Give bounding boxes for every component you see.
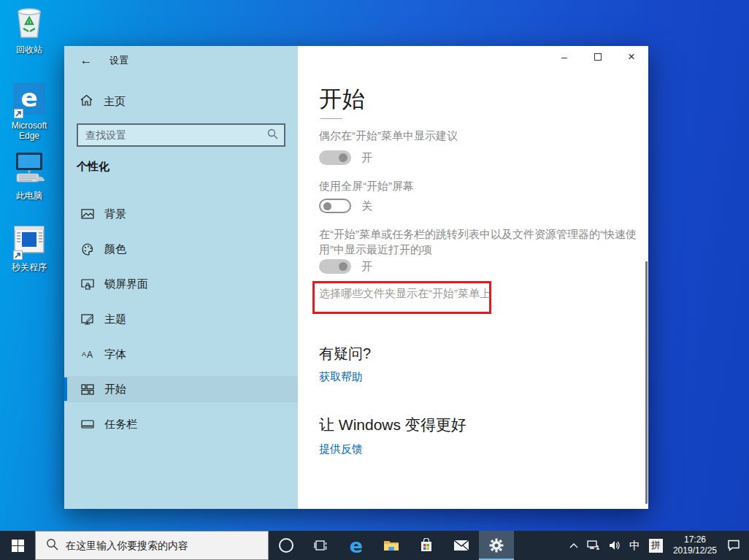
scrollbar-thumb[interactable] — [645, 261, 648, 504]
fonts-icon: AA — [80, 348, 95, 360]
window-titlebar: ← 设置 — [64, 46, 298, 75]
shortcut-arrow-icon — [14, 109, 23, 118]
help-heading: 有疑问? — [319, 344, 371, 364]
setting-label-suggestions: 偶尔在“开始”菜单中显示建议 — [319, 128, 458, 143]
desktop-icon-app-shortcut[interactable]: 秒关程序 — [1, 223, 58, 272]
sidebar-item-lock-screen[interactable]: 锁屏界面 — [64, 271, 298, 297]
ime-mode-indicator[interactable]: 拼 — [645, 531, 667, 560]
search-icon — [46, 538, 58, 553]
chevron-up-icon — [569, 542, 578, 548]
file-explorer-icon — [383, 539, 399, 552]
sidebar-nav: 背景 颜色 锁屏界面 主题 — [64, 201, 298, 437]
toggle-recent-items[interactable]: 开 — [319, 259, 372, 274]
desktop-icon-this-pc[interactable]: 此电脑 — [1, 150, 58, 201]
back-button[interactable]: ← — [74, 51, 98, 70]
task-view-icon — [314, 539, 329, 552]
title-underline — [320, 118, 342, 119]
sidebar-item-background[interactable]: 背景 — [64, 201, 298, 227]
svg-text:A: A — [87, 350, 93, 360]
settings-content: – × 开始 偶尔在“开始”菜单中显示建议 开 使用全屏“开始”屏幕 关 在“开… — [298, 46, 648, 509]
maximize-button[interactable] — [581, 46, 615, 68]
sidebar-home-label: 主页 — [104, 95, 126, 109]
window-title: 设置 — [110, 54, 128, 67]
sidebar-item-colors[interactable]: 颜色 — [64, 236, 298, 262]
mail-icon — [453, 540, 469, 551]
clock-time: 17:26 — [673, 534, 717, 545]
toggle-suggestions[interactable]: 开 — [319, 150, 372, 165]
toggle-switch-on[interactable] — [319, 150, 351, 165]
store-button[interactable] — [409, 531, 444, 560]
file-explorer-button[interactable] — [374, 531, 409, 560]
cortana-icon — [279, 538, 293, 553]
action-center-button[interactable] — [723, 531, 749, 560]
start-tiles-icon — [80, 384, 95, 395]
tray-volume-button[interactable] — [604, 531, 625, 560]
action-center-icon — [727, 540, 740, 551]
close-button[interactable]: × — [615, 46, 648, 68]
tray-network-button[interactable] — [583, 531, 604, 560]
sidebar-item-taskbar[interactable]: 任务栏 — [64, 411, 298, 437]
clock-date: 2019/12/25 — [673, 545, 717, 556]
taskbar: e 中 — [0, 531, 749, 560]
desktop-icon-edge[interactable]: e Microsoft Edge — [1, 82, 58, 141]
store-icon — [419, 538, 434, 553]
sidebar-section-title: 个性化 — [77, 160, 298, 174]
desktop-icon-label: 秒关程序 — [12, 262, 47, 272]
mail-button[interactable] — [444, 531, 479, 560]
taskbar-icon — [80, 419, 95, 429]
this-pc-icon — [11, 150, 47, 188]
task-view-button[interactable] — [304, 531, 339, 560]
desktop-icon-label: Microsoft Edge — [4, 120, 55, 141]
toggle-switch-on[interactable] — [319, 259, 351, 274]
toggle-switch-off[interactable] — [319, 199, 351, 213]
sidebar-item-home[interactable]: 主页 — [80, 91, 298, 112]
desktop-icon-label: 此电脑 — [16, 191, 42, 201]
theme-icon — [80, 313, 95, 326]
cortana-button[interactable] — [269, 531, 304, 560]
settings-search-input[interactable] — [85, 129, 267, 141]
give-feedback-link[interactable]: 提供反馈 — [319, 442, 363, 456]
tray-chevron-button[interactable] — [565, 531, 583, 560]
background-icon — [80, 208, 95, 220]
program-window-icon — [12, 223, 47, 260]
settings-gear-icon — [489, 538, 504, 553]
setting-label-recent-items: 在“开始”菜单或任务栏的跳转列表中以及文件资源管理器的“快速使用”中显示最近打开… — [319, 226, 649, 257]
sidebar-item-start[interactable]: 开始 — [64, 376, 298, 402]
system-tray: 中 拼 17:26 2019/12/25 — [565, 531, 749, 560]
taskbar-search-input[interactable] — [66, 540, 248, 551]
settings-search-box[interactable] — [77, 123, 285, 147]
desktop-icon-recycle-bin[interactable]: 回收站 — [1, 4, 58, 55]
edge-icon: e — [12, 82, 46, 118]
settings-sidebar: ← 设置 主页 个性化 背景 — [64, 46, 298, 509]
lock-screen-icon — [80, 278, 95, 291]
choose-folders-link[interactable]: 选择哪些文件夹显示在“开始”菜单上 — [319, 287, 491, 301]
feedback-heading: 让 Windows 变得更好 — [319, 415, 466, 435]
settings-taskbar-button[interactable] — [479, 531, 514, 560]
svg-text:A: A — [82, 350, 86, 358]
taskbar-search-box[interactable] — [35, 531, 269, 560]
desktop-icon-label: 回收站 — [16, 45, 42, 55]
svg-text:e: e — [20, 83, 37, 112]
taskbar-clock[interactable]: 17:26 2019/12/25 — [667, 534, 723, 556]
setting-label-fullscreen-start: 使用全屏“开始”屏幕 — [319, 178, 414, 193]
network-icon — [587, 540, 600, 551]
page-title: 开始 — [319, 84, 366, 115]
windows-logo-icon — [12, 540, 24, 552]
get-help-link[interactable]: 获取帮助 — [319, 370, 363, 384]
sidebar-item-fonts[interactable]: AA 字体 — [64, 341, 298, 367]
recycle-bin-icon — [12, 4, 46, 42]
ime-language-indicator[interactable]: 中 — [625, 531, 645, 560]
shortcut-arrow-icon — [13, 250, 23, 260]
toggle-fullscreen-start[interactable]: 关 — [319, 199, 372, 213]
start-button[interactable] — [0, 531, 35, 560]
settings-window: ← 设置 主页 个性化 背景 — [64, 46, 648, 509]
home-icon — [80, 94, 93, 109]
minimize-button[interactable]: – — [548, 46, 581, 68]
edge-taskbar-button[interactable]: e — [339, 531, 374, 560]
sidebar-item-themes[interactable]: 主题 — [64, 306, 298, 332]
caption-controls: – × — [548, 46, 648, 68]
search-icon — [267, 129, 278, 142]
edge-icon: e — [350, 536, 363, 556]
volume-icon — [609, 540, 621, 551]
palette-icon — [80, 243, 95, 256]
